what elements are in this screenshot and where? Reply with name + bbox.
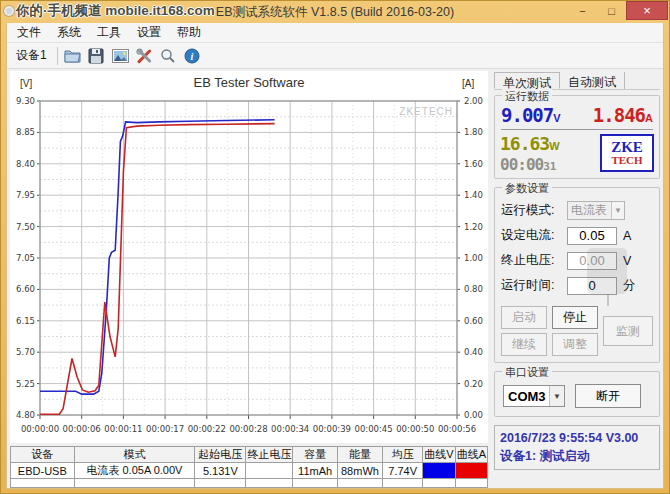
disconnect-button[interactable]: 断开 [575,384,641,408]
svg-text:8.40: 8.40 [16,159,35,169]
tab-0[interactable]: 单次测试 [494,72,560,89]
stop-button[interactable]: 停止 [552,306,598,329]
table-header: 能量 [337,447,382,463]
table-cell [11,479,75,488]
table-header: 终止电压 [246,447,293,463]
run-data-label: 运行数据 [502,89,552,104]
svg-text:0.60: 0.60 [464,316,483,326]
table-cell [337,479,382,488]
params-group: 参数设置 运行模式: 电流表 ▼ 设定电流: A 终止电压: [494,187,660,363]
svg-text:7.50: 7.50 [16,222,35,232]
title-bar[interactable]: 你的·手机频道 mobile.it168.com EB测试系统软件 V1.8.5… [1,1,669,23]
svg-text:0.80: 0.80 [464,284,483,294]
table-row[interactable]: EBD-USB电流表 0.05A 0.00V5.131V11mAh88mWh7.… [11,463,488,479]
svg-text:7.95: 7.95 [16,190,35,200]
watermark-text: 你的·手机频道 mobile.it168.com [16,2,215,20]
serial-group: 串口设置 COM3 ▼ 断开 [494,371,660,417]
menu-item-4[interactable]: 帮助 [169,22,209,43]
svg-text:6.60: 6.60 [16,284,35,294]
adjust-button[interactable]: 调整 [552,333,598,356]
set-current-label: 设定电流: [501,227,567,244]
cutoff-voltage-input[interactable] [567,252,617,270]
close-button[interactable]: × [626,1,668,20]
com-port-select[interactable]: COM3 ▼ [503,385,565,407]
table-cell [195,479,246,488]
run-time-unit: 分 [623,277,636,294]
menu-item-0[interactable]: 文件 [9,22,49,43]
info-icon[interactable]: i [183,46,202,65]
svg-text:9.30: 9.30 [16,96,35,106]
curve-color-swatch [455,463,487,479]
menu-item-1[interactable]: 系统 [49,22,89,43]
toolbar-separator [57,47,58,65]
minimize-button[interactable]: − [568,1,597,20]
main-content: EB Tester Software [V] [A] ZKETECH 9.302… [7,69,663,488]
status-line-2: 设备1: 测试启动 [500,448,654,466]
results-table-wrap: 设备模式起始电压终止电压容量能量均压曲线V曲线A EBD-USB电流表 0.05… [10,446,488,488]
tools-icon[interactable] [135,46,154,65]
table-cell [246,463,293,479]
voltage-readout: 9.007 [501,104,553,126]
window-controls: − □ × [568,1,668,20]
series-current-A [40,124,275,415]
table-header: 均压 [383,447,423,463]
cutoff-voltage-label: 终止电压: [501,252,567,269]
chevron-down-icon: ▼ [553,392,561,401]
client-area: 文件系统工具设置帮助 设备1 i [6,23,664,489]
table-header: 容量 [293,447,337,463]
site-watermark: 你的·手机频道 mobile.it168.com [4,2,215,20]
menu-item-3[interactable]: 设置 [129,22,169,43]
status-line-1: 2016/7/23 9:55:54 V3.00 [500,430,654,448]
results-table: 设备模式起始电压终止电压容量能量均压曲线V曲线A EBD-USB电流表 0.05… [10,446,488,488]
right-axis-unit: [A] [462,78,474,89]
svg-text:2.00: 2.00 [464,96,483,106]
set-current-input[interactable] [567,227,617,245]
chart-panel: EB Tester Software [V] [A] ZKETECH 9.302… [10,71,488,443]
svg-text:i: i [191,51,194,62]
table-header-row: 设备模式起始电压终止电压容量能量均压曲线V曲线A [11,447,488,463]
svg-text:0.40: 0.40 [464,347,483,357]
table-header: 模式 [74,447,195,463]
maximize-button[interactable]: □ [597,1,626,20]
svg-text:0.00: 0.00 [464,410,483,420]
magnifier-watermark-icon [4,6,14,16]
run-mode-label: 运行模式: [501,202,567,219]
open-file-icon[interactable] [63,46,82,65]
run-mode-select[interactable]: 电流表 ▼ [567,201,625,220]
run-time-input[interactable] [567,277,617,295]
svg-text:1.40: 1.40 [464,190,483,200]
save-icon[interactable] [87,46,106,65]
svg-text:4.80: 4.80 [16,410,35,420]
resume-button[interactable]: 继续 [501,333,547,356]
table-body: EBD-USB电流表 0.05A 0.00V5.131V11mAh88mWh7.… [11,463,488,488]
zoom-icon[interactable] [159,46,178,65]
table-cell: 11mAh [293,463,337,479]
set-current-unit: A [623,229,631,243]
device-selector[interactable]: 设备1 [11,47,52,64]
svg-text:1.80: 1.80 [464,127,483,137]
tab-1[interactable]: 自动测试 [560,72,625,89]
image-export-icon[interactable] [111,46,130,65]
start-button[interactable]: 启动 [501,306,547,329]
table-cell: 7.74V [383,463,423,479]
elapsed-time-readout: 00:00 [500,155,543,174]
svg-text:5.25: 5.25 [16,379,35,389]
svg-text:1.20: 1.20 [464,222,483,232]
status-box: 2016/7/23 9:55:54 V3.00 设备1: 测试启动 [494,425,660,470]
table-cell: 5.131V [195,463,246,479]
chart-title: EB Tester Software [193,75,304,90]
params-label: 参数设置 [502,181,552,196]
maximize-icon: □ [608,5,615,17]
menu-bar: 文件系统工具设置帮助 [7,23,663,43]
chart-watermark: ZKETECH [399,106,453,117]
close-icon: × [643,3,651,18]
monitor-button[interactable]: 监测 [603,316,653,346]
app-window: 你的·手机频道 mobile.it168.com EB测试系统软件 V1.8.5… [0,0,670,494]
control-buttons: 启动 停止 监测 继续 调整 [501,306,653,356]
svg-text:7.05: 7.05 [16,253,35,263]
voltage-unit: V [553,112,560,124]
svg-text:8.85: 8.85 [16,127,35,137]
menu-item-2[interactable]: 工具 [89,22,129,43]
power-readout: 16.63 [500,133,549,154]
table-header: 曲线V [423,447,455,463]
